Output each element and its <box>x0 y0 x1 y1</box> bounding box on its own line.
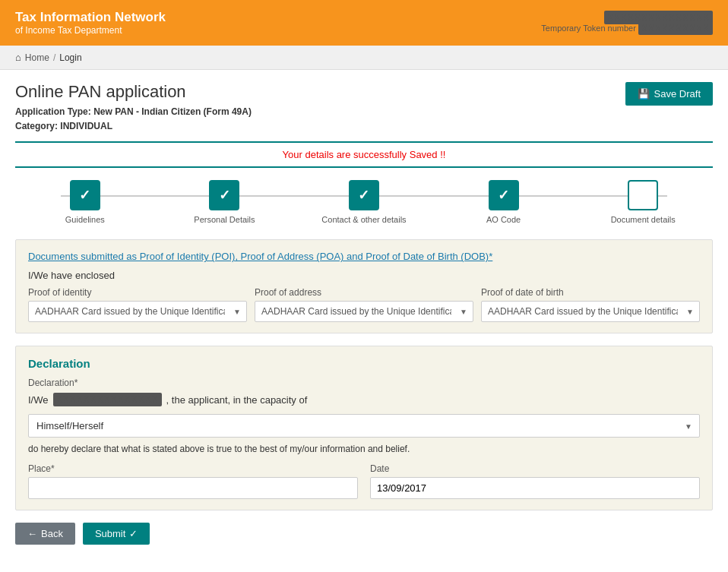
proof-row: Proof of identity AADHAAR Card issued by… <box>28 287 700 322</box>
header-title-main: Tax Information Network <box>15 10 166 25</box>
place-input[interactable] <box>28 477 358 499</box>
back-arrow-icon: ← <box>27 528 37 539</box>
iwe-prefix: I/We <box>28 394 49 406</box>
save-draft-button[interactable]: 💾 Save Draft <box>625 82 713 106</box>
category-label: Category: <box>15 121 58 131</box>
applicant-name-masked: XXXXXXXXXXXXXXX <box>53 393 162 406</box>
declaration-section: Declaration Declaration* I/We XXXXXXXXXX… <box>15 346 713 510</box>
step-label-2: Personal Details <box>194 215 255 224</box>
breadcrumb: ⌂ Home / Login <box>0 46 728 70</box>
date-label: Date <box>370 463 700 474</box>
step-contact: ✓ Contact & other details <box>294 180 434 224</box>
proof-identity-select[interactable]: AADHAAR Card issued by the Unique Identi… <box>28 301 247 322</box>
breadcrumb-sep: / <box>53 52 55 63</box>
back-button[interactable]: ← Back <box>15 523 75 545</box>
page-title: Online PAN application <box>15 82 252 102</box>
proof-dob-select[interactable]: AADHAAR Card issued by the Unique Identi… <box>481 301 700 322</box>
step-circle-5 <box>628 180 658 210</box>
proof-dob-col: Proof of date of birth AADHAAR Card issu… <box>481 287 700 322</box>
main-content: Online PAN application Application Type:… <box>0 70 728 572</box>
proof-dob-wrapper: AADHAAR Card issued by the Unique Identi… <box>481 301 700 322</box>
proof-address-col: Proof of address AADHAAR Card issued by … <box>255 287 473 322</box>
stepper: ✓ Guidelines ✓ Personal Details ✓ Contac… <box>15 180 713 224</box>
breadcrumb-current: Login <box>59 52 81 63</box>
applicant-suffix: , the applicant, in the capacity of <box>166 394 308 406</box>
submit-label: Submit <box>95 528 125 539</box>
step-circle-3: ✓ <box>349 180 379 210</box>
category-value: INDIVIDUAL <box>60 121 112 131</box>
proof-address-wrapper: AADHAAR Card issued by the Unique Identi… <box>255 301 473 322</box>
proof-identity-col: Proof of identity AADHAAR Card issued by… <box>28 287 247 322</box>
step-label-5: Document details <box>611 215 676 224</box>
header-title-sub: of Income Tax Department <box>15 25 166 36</box>
page-title-area: Online PAN application Application Type:… <box>15 82 252 134</box>
proof-dob-label: Proof of date of birth <box>481 287 700 298</box>
step-circle-2: ✓ <box>209 180 239 210</box>
page-header: Tax Information Network of Income Tax De… <box>0 0 728 46</box>
footer-buttons: ← Back Submit ✓ <box>15 523 713 560</box>
docs-link[interactable]: Documents submitted as Proof of Identity… <box>28 251 700 262</box>
step-label-1: Guidelines <box>65 215 105 224</box>
declare-text: do hereby declare that what is stated ab… <box>28 444 700 454</box>
documents-section: Documents submitted as Proof of Identity… <box>15 239 713 333</box>
app-type-value: New PAN - Indian Citizen (Form 49A) <box>93 106 252 117</box>
step-document: Document details <box>573 180 713 224</box>
place-col: Place* <box>28 463 358 499</box>
back-label: Back <box>41 528 63 539</box>
page-meta: Application Type: New PAN - Indian Citiz… <box>15 105 252 134</box>
home-icon: ⌂ <box>15 52 21 63</box>
step-ao-code: ✓ AO Code <box>434 180 574 224</box>
step-label-4: AO Code <box>486 215 521 224</box>
token-label: Temporary Token number XXXXXXXXXX <box>541 23 713 33</box>
capacity-select[interactable]: Himself/Herself Guardian Representative <box>28 414 700 438</box>
iwe-row: I/We XXXXXXXXXXXXXXX , the applicant, in… <box>28 393 700 406</box>
page-title-row: Online PAN application Application Type:… <box>15 82 713 134</box>
step-guidelines: ✓ Guidelines <box>15 180 155 224</box>
place-date-row: Place* Date <box>28 463 700 499</box>
token-number-masked: XXXXXXXXXX <box>638 21 713 35</box>
step-circle-1: ✓ <box>70 180 100 210</box>
date-input[interactable] <box>370 477 700 499</box>
enclosed-text: I/We have enclosed <box>28 270 700 281</box>
breadcrumb-home[interactable]: Home <box>25 52 49 63</box>
submit-button[interactable]: Submit ✓ <box>83 523 150 545</box>
proof-identity-wrapper: AADHAAR Card issued by the Unique Identi… <box>28 301 247 322</box>
declaration-field-label: Declaration* <box>28 378 700 388</box>
step-personal: ✓ Personal Details <box>155 180 295 224</box>
capacity-dropdown-wrapper: Himself/Herself Guardian Representative <box>28 414 700 438</box>
declaration-title: Declaration <box>28 357 700 370</box>
step-circle-4: ✓ <box>489 180 519 210</box>
step-label-3: Contact & other details <box>321 215 406 224</box>
place-label: Place* <box>28 463 358 474</box>
token-area: XXXXXXXXXXXXXXX Temporary Token number X… <box>541 12 713 33</box>
save-icon: 💾 <box>638 88 650 100</box>
app-type-label: Application Type: <box>15 106 91 117</box>
success-message: Your details are successfully Saved !! <box>15 141 713 168</box>
date-col: Date <box>370 463 700 499</box>
save-draft-label: Save Draft <box>654 88 701 100</box>
proof-identity-label: Proof of identity <box>28 287 247 298</box>
submit-check-icon: ✓ <box>129 528 138 539</box>
logo-area: Tax Information Network of Income Tax De… <box>15 10 166 36</box>
proof-address-label: Proof of address <box>255 287 473 298</box>
proof-address-select[interactable]: AADHAAR Card issued by the Unique Identi… <box>255 301 473 322</box>
